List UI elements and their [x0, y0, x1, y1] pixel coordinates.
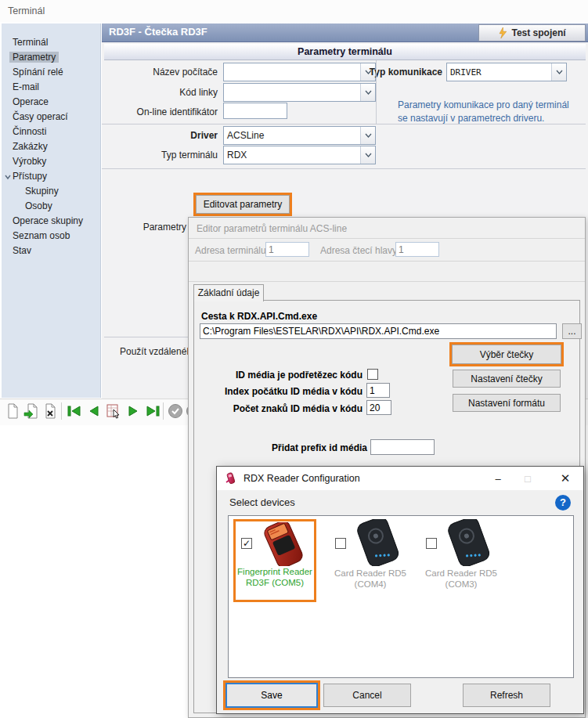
- close-button[interactable]: ✕: [547, 467, 583, 490]
- comm-info-line2: se nastavují v parametrech driveru.: [398, 113, 544, 124]
- parameters-label: Parametry: [117, 222, 186, 233]
- delete-record-button[interactable]: [42, 403, 58, 419]
- device-checkbox-rd3f[interactable]: ✓: [241, 538, 252, 549]
- post-record-button[interactable]: [168, 403, 183, 419]
- nav-next-button[interactable]: [125, 403, 141, 419]
- device-label-rd3f: Fingerprint Reader RD3F (COM5): [231, 566, 319, 588]
- import-record-button[interactable]: [23, 403, 39, 419]
- media-substring-checkbox[interactable]: [367, 369, 378, 380]
- sidebar-item-stav[interactable]: Stav: [13, 244, 31, 258]
- save-button[interactable]: Save: [225, 683, 318, 708]
- terminal-address-field[interactable]: [265, 242, 309, 257]
- nav-first-button[interactable]: [67, 403, 82, 419]
- sidebar-item-vyrobky[interactable]: Výrobky: [13, 155, 46, 168]
- line-code-label: Kód linky: [110, 87, 218, 98]
- rdx-reader-config-dialog: RDX Reader Configuration – □ ✕ Select de…: [216, 466, 584, 714]
- sidebar-item-email[interactable]: E-mail: [13, 81, 39, 94]
- browse-button[interactable]: ...: [562, 323, 582, 339]
- sidebar-item-cinnosti[interactable]: Činnosti: [13, 125, 46, 139]
- comm-type-label: Typ komunikace: [329, 67, 442, 78]
- chevron-down-icon[interactable]: [360, 84, 375, 101]
- device-checkbox-com3[interactable]: [426, 538, 437, 549]
- media-prefix-field[interactable]: [370, 439, 435, 455]
- toolbar-separator: [163, 402, 164, 420]
- chevron-down-icon[interactable]: [551, 63, 566, 81]
- chevron-down-icon[interactable]: [360, 146, 375, 164]
- media-index-label: Index počátku ID média v kódu: [204, 386, 363, 397]
- select-devices-label: Select devices: [229, 496, 295, 508]
- nav-prior-button[interactable]: [86, 403, 102, 419]
- minimize-button[interactable]: –: [483, 467, 513, 490]
- editor-dialog-title: Editor parametrů terminálu ACS-line: [197, 223, 347, 234]
- media-length-label: Počet znaků ID média v kódu: [204, 403, 363, 414]
- exe-path-label: Cesta k RDX.API.Cmd.exe: [201, 311, 317, 322]
- reader-select-button[interactable]: Výběr čtečky: [452, 345, 561, 364]
- card-reader-icon[interactable]: [348, 519, 409, 566]
- lightning-icon: [498, 27, 507, 38]
- media-length-field[interactable]: [366, 400, 391, 415]
- toolbar-separator: [61, 402, 62, 420]
- exe-path-field[interactable]: [200, 323, 557, 339]
- cancel-button[interactable]: Cancel: [323, 684, 411, 707]
- media-prefix-label: Přidat prefix id média: [209, 442, 367, 453]
- sidebar-item-zakazky[interactable]: Zakázky: [13, 140, 48, 153]
- section-header: Parametry terminálu: [104, 44, 586, 60]
- chevron-expanded-icon[interactable]: [4, 173, 12, 181]
- comm-info-line1: Parametry komunikace pro daný terminál: [398, 99, 569, 110]
- rdx-titlebar: RDX Reader Configuration – □ ✕: [217, 467, 583, 490]
- sidebar-item-seznam-osob[interactable]: Seznam osob: [13, 229, 70, 243]
- device-listbox: ✓ Fingerprint Reader RD3F (COM5): [228, 515, 574, 678]
- maximize-button: □: [513, 467, 543, 490]
- fingerprint-reader-icon[interactable]: [255, 522, 312, 566]
- divider: [189, 238, 585, 239]
- sidebar-item-operace-skupiny[interactable]: Operace skupiny: [13, 215, 83, 228]
- menu-terminal[interactable]: Terminál: [8, 5, 45, 16]
- test-connection-button[interactable]: Test spojení: [478, 24, 586, 41]
- reader-settings-button[interactable]: Nastavení čtečky: [453, 370, 561, 388]
- computer-name-label: Název počítače: [110, 67, 218, 78]
- comm-type-combo[interactable]: DRIVER: [446, 63, 567, 81]
- head-address-label: Adresa čtecí hlavy: [320, 245, 397, 256]
- format-settings-button[interactable]: Nastavení formátu: [453, 394, 561, 412]
- help-icon[interactable]: ?: [555, 495, 571, 511]
- device-checkbox-com4[interactable]: [335, 538, 346, 549]
- sidebar-item-spinani-rele[interactable]: Spínání relé: [13, 66, 63, 79]
- online-id-field[interactable]: [223, 103, 287, 119]
- rdx-dialog-title: RDX Reader Configuration: [243, 473, 360, 484]
- reader-select-highlight: Výběr čtečky: [449, 342, 564, 366]
- sidebar-item-pristupy[interactable]: Přístupy: [13, 170, 47, 183]
- divider: [189, 281, 585, 282]
- chevron-down-icon[interactable]: [360, 127, 375, 144]
- divider: [376, 60, 377, 124]
- line-code-combo[interactable]: [223, 83, 376, 102]
- media-substring-label: ID média je podřetězec kódu: [204, 370, 363, 381]
- online-id-label: On-line identifikátor: [110, 106, 218, 117]
- rdx-app-icon: [225, 472, 237, 485]
- edit-record-button[interactable]: [106, 403, 121, 419]
- new-document-button[interactable]: [5, 403, 20, 419]
- terminal-address-label: Adresa terminálu: [195, 245, 266, 256]
- edit-parameters-button[interactable]: Editovat parametry: [196, 195, 290, 214]
- sidebar-item-operace[interactable]: Operace: [13, 96, 49, 109]
- sidebar-item-parametry[interactable]: Parametry: [13, 51, 59, 64]
- sidebar-tree: Terminál Parametry Spínání relé E-mail O…: [2, 23, 101, 398]
- driver-combo[interactable]: ACSLine: [223, 126, 376, 145]
- media-index-field[interactable]: [366, 383, 390, 398]
- menubar: Terminál: [0, 0, 588, 22]
- driver-label: Driver: [110, 130, 218, 141]
- card-reader-icon[interactable]: [438, 519, 500, 566]
- save-highlight: Save: [223, 680, 320, 710]
- tab-zakladni-udaje[interactable]: Základní údaje: [193, 284, 264, 301]
- divider: [189, 261, 585, 262]
- sidebar-item-skupiny[interactable]: Skupiny: [25, 185, 59, 198]
- sidebar-item-terminal[interactable]: Terminál: [13, 36, 48, 49]
- nav-last-button[interactable]: [145, 403, 161, 419]
- sidebar-item-casy-operaci[interactable]: Časy operací: [13, 110, 68, 124]
- edit-params-highlight: Editovat parametry: [193, 193, 292, 216]
- refresh-button[interactable]: Refresh: [463, 684, 550, 707]
- device-label-com4: Card Reader RD5 (COM4): [327, 568, 413, 590]
- terminal-type-combo[interactable]: RDX: [223, 146, 376, 164]
- page-title: RD3F - Čtečka RD3F: [109, 26, 207, 38]
- head-address-field[interactable]: [395, 242, 439, 257]
- sidebar-item-osoby[interactable]: Osoby: [25, 200, 52, 213]
